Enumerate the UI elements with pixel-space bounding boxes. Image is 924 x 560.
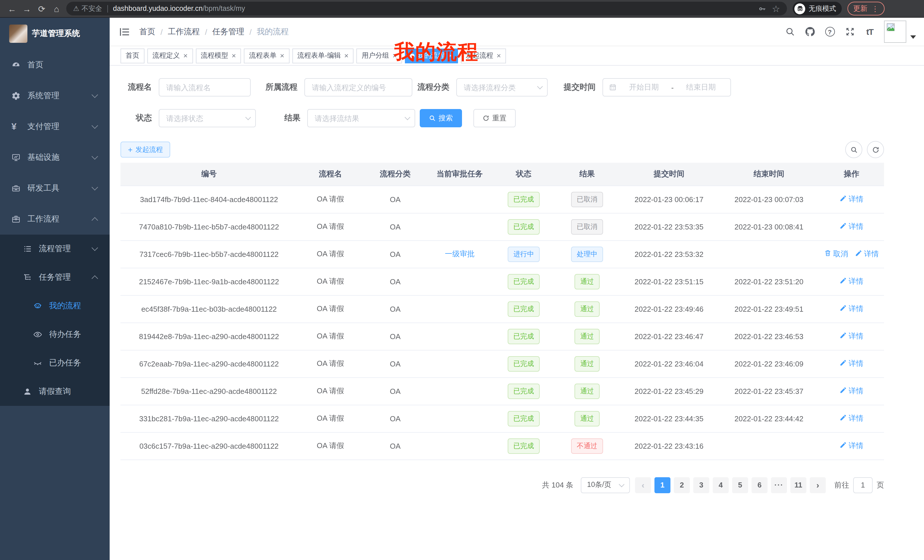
fullscreen-icon[interactable] [844, 27, 855, 37]
update-label: 更新 [853, 4, 867, 13]
avatar-dropdown-caret[interactable] [910, 35, 916, 39]
status-badge: 已完成 [508, 328, 540, 344]
result-select[interactable] [307, 109, 415, 127]
browser-back-icon[interactable]: ← [4, 4, 20, 13]
end-date-placeholder[interactable]: 结束日期 [677, 82, 725, 93]
action-detail-link[interactable]: 详情 [840, 304, 864, 314]
action-cancel-link[interactable]: 取消 [824, 249, 848, 259]
sidebar: 芋道管理系统 首页系统管理¥支付管理基础设施研发工具工作流程流程管理任务管理我的… [0, 18, 110, 560]
cell-category: OA [363, 405, 427, 432]
table-row: 819442e8-7b9a-11ec-a290-acde48001122OA 请… [120, 322, 884, 350]
tab-3[interactable]: 流程表单× [244, 48, 289, 63]
cell-category: OA [363, 350, 427, 377]
incognito-badge: 无痕模式 [793, 2, 842, 15]
action-detail-link[interactable]: 详情 [840, 222, 864, 232]
action-detail-link[interactable]: 详情 [840, 386, 864, 396]
action-detail-link[interactable]: 详情 [840, 331, 864, 341]
cell-submit-time: 2022-01-22 23:43:16 [619, 432, 719, 460]
page-button-11[interactable]: 11 [790, 477, 806, 493]
close-icon[interactable]: × [232, 52, 236, 59]
yen-icon: ¥ [11, 122, 21, 131]
sidebar-item-8[interactable]: 我的流程 [0, 292, 110, 320]
help-icon[interactable]: ? [825, 27, 835, 37]
browser-home-icon[interactable]: ⌂ [49, 4, 64, 13]
tab-7[interactable]: 发起流程× [460, 48, 506, 63]
more-pages-button[interactable]: ··· [771, 477, 787, 493]
start-date-placeholder[interactable]: 开始日期 [620, 82, 668, 93]
filter-time-label: 提交时间 [564, 82, 596, 93]
sidebar-item-3[interactable]: 基础设施 [0, 142, 110, 173]
next-page-button[interactable]: › [810, 477, 826, 493]
page-button-5[interactable]: 5 [732, 477, 748, 493]
page-size-select[interactable]: 10条/页 [581, 477, 630, 493]
submit-time-range-picker[interactable]: 开始日期 - 结束日期 [603, 78, 731, 96]
tab-0[interactable]: 首页 [120, 48, 144, 63]
close-icon[interactable]: × [344, 52, 349, 59]
browser-update-button[interactable]: 更新 ⋮ [848, 2, 885, 15]
breadcrumb-item[interactable]: 工作流程 [168, 27, 200, 37]
tab-label: 用户分组 [362, 51, 389, 60]
action-detail-link[interactable]: 详情 [840, 413, 864, 424]
process-name-input[interactable] [159, 78, 251, 96]
sidebar-item-4[interactable]: 研发工具 [0, 173, 110, 204]
create-process-button[interactable]: + 发起流程 [120, 142, 170, 157]
security-warning[interactable]: ⚠ 不安全 [73, 4, 102, 13]
action-detail-link[interactable]: 详情 [855, 249, 879, 259]
close-icon[interactable]: × [183, 52, 188, 59]
reset-button[interactable]: 重置 [473, 109, 516, 127]
sidebar-item-0[interactable]: 首页 [0, 49, 110, 81]
sidebar-item-1[interactable]: 系统管理 [0, 81, 110, 111]
refresh-table-button[interactable] [867, 141, 884, 158]
close-icon[interactable]: × [448, 52, 453, 59]
close-icon[interactable]: × [280, 52, 284, 59]
address-bar[interactable]: ⚠ 不安全 dashboard.yudao.iocoder.cn/bpm/tas… [66, 2, 787, 15]
close-icon[interactable]: × [393, 52, 397, 59]
sidebar-item-9[interactable]: 待办任务 [0, 320, 110, 349]
page-button-3[interactable]: 3 [693, 477, 709, 493]
password-key-icon[interactable] [758, 4, 766, 13]
prev-page-button[interactable]: ‹ [635, 477, 651, 493]
tab-2[interactable]: 流程模型× [196, 48, 241, 63]
cell-process-id: 3ad174fb-7b9d-11ec-8404-acde48001122 [120, 186, 297, 213]
app-logo[interactable]: 芋道管理系统 [0, 18, 110, 49]
action-detail-link[interactable]: 详情 [840, 358, 864, 369]
page-button-1[interactable]: 1 [654, 477, 670, 493]
action-detail-link[interactable]: 详情 [840, 194, 864, 204]
current-task-link[interactable]: 一级审批 [445, 250, 475, 258]
page-button-6[interactable]: 6 [752, 477, 768, 493]
page-button-4[interactable]: 4 [713, 477, 729, 493]
status-select[interactable] [159, 109, 256, 127]
font-size-icon[interactable]: tT [865, 27, 875, 37]
user-avatar[interactable] [884, 21, 906, 43]
breadcrumb-item[interactable]: 任务管理 [213, 27, 244, 37]
bookmark-star-icon[interactable]: ☆ [772, 3, 780, 14]
header-search-icon[interactable] [784, 27, 795, 37]
action-detail-link[interactable]: 详情 [840, 276, 864, 287]
sidebar-item-7[interactable]: 任务管理 [0, 263, 110, 292]
sidebar-item-11[interactable]: 请假查询 [0, 377, 110, 406]
sidebar-item-6[interactable]: 流程管理 [0, 235, 110, 263]
tab-label: 首页 [126, 51, 140, 60]
cell-status: 已完成 [492, 295, 555, 322]
sidebar-item-10[interactable]: 已办任务 [0, 349, 110, 377]
tab-4[interactable]: 流程表单-编辑× [292, 48, 354, 63]
sidebar-item-2[interactable]: ¥支付管理 [0, 111, 110, 142]
sidebar-fold-icon[interactable] [119, 26, 130, 37]
toggle-search-button[interactable] [845, 141, 862, 158]
action-detail-link[interactable]: 详情 [840, 441, 864, 451]
browser-menu-icon[interactable]: ⋮ [872, 4, 879, 13]
close-icon[interactable]: × [496, 52, 501, 59]
browser-reload-icon[interactable]: ⟳ [34, 4, 49, 13]
browser-forward-icon[interactable]: → [20, 4, 34, 13]
search-button[interactable]: 搜索 [420, 109, 462, 127]
sidebar-item-5[interactable]: 工作流程 [0, 204, 110, 235]
goto-page-input[interactable] [853, 477, 873, 493]
page-button-2[interactable]: 2 [674, 477, 690, 493]
breadcrumb-item[interactable]: 首页 [140, 27, 155, 37]
tab-6[interactable]: 我的流程× [405, 48, 458, 63]
category-select[interactable] [456, 78, 548, 96]
process-definition-input[interactable] [304, 78, 412, 96]
tab-1[interactable]: 流程定义× [147, 48, 193, 63]
tab-5[interactable]: 用户分组× [357, 48, 402, 63]
github-icon[interactable] [805, 27, 815, 37]
